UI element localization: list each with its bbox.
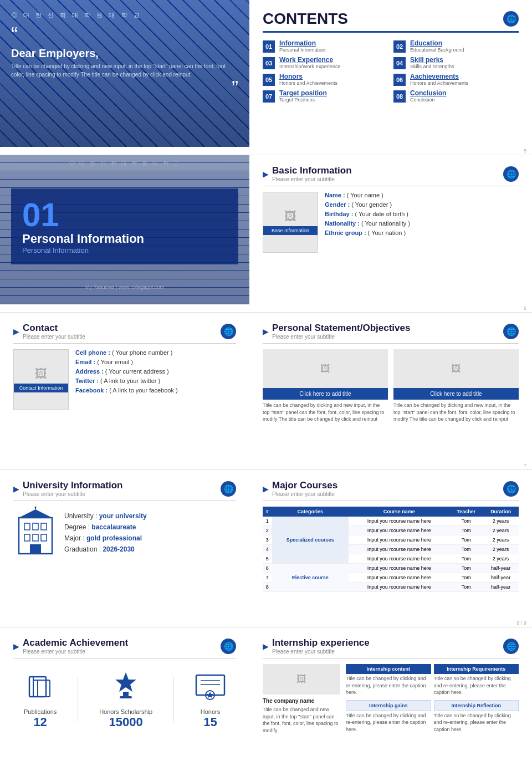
uni-field-value: gold professional [86,534,142,542]
contact-field-label: Address : [75,368,104,375]
card-btn-1[interactable]: Click here to add title [263,388,388,400]
course-table-header: Duration [483,507,519,517]
contents-num: 07 [263,90,275,103]
contents-item-title[interactable]: Conclusion [410,89,446,97]
course-num: 6 [263,564,272,573]
svg-rect-7 [30,544,41,554]
page-num-1: 5 [0,147,532,155]
field-label: Birthday : [325,211,353,217]
contents-item-sub: Skills and Strengths [410,64,454,69]
page-2: ◎ 대 한 신 학 대 학 원 대 학 교 01 Personal Inform… [0,155,532,304]
achieve-icon-1 [99,670,152,705]
contents-item: 08 Conclusion Conclusion [393,89,519,103]
uni-title: University Information [23,480,122,491]
achieve-icons: Publications 12 Honors Scholarship 15000… [13,670,236,729]
statement-card-1: 🖼 Click here to add title Title can be c… [263,349,388,423]
achieve-item: Honors Scholarship 15000 [99,670,152,729]
course-table-header: # [263,507,272,517]
contents-item-title[interactable]: Work Experience [279,56,340,64]
intern-right: Internship contentTitle can be changed b… [346,664,519,734]
page-3: ▶ Contact Please enter your subtitle 🌐 🖼… [0,312,532,462]
achieve-icon-0 [24,672,57,705]
contents-item-title[interactable]: Information [279,39,325,47]
field-value: ( Your nation ) [368,229,406,236]
image-icon-contact: 🖼 [35,367,47,381]
card-text-2: Title can be changed by dicking and new … [393,402,519,423]
contents-num: 06 [393,74,406,86]
field-label: Gender : [325,201,350,208]
contents-item: 03 Work Experience Internship/Work Exper… [263,56,388,69]
contact-field-label: Cell phone : [75,349,110,356]
intern-company-desc: Title can be changed and new input, in t… [263,706,340,734]
section-number: 01 [22,198,227,232]
contact-field-row: Cell phone : ( Your phone number ) [75,349,178,356]
svg-marker-8 [19,509,52,518]
contents-item-title[interactable]: Education [410,39,464,47]
contact-photo-label: Contact Information [14,384,68,392]
page-num-4: 8 / 9 [0,619,532,627]
contents-num: 02 [393,40,406,53]
intern-box-label: Internship gains [346,700,431,711]
contents-item-title[interactable]: Skill perks [410,56,454,64]
globe-icon: 🌐 [503,11,519,27]
course-table-header: Course name [349,507,449,517]
page-num-2: 6 [0,304,532,312]
courses-header: ▶ Major Courses Please enter your subtit… [263,480,519,497]
course-category: Elective course [272,564,349,592]
photo-placeholder: 🖼 Base Information [263,192,318,253]
course-name: Input you rcourse name here [349,573,449,583]
page-4: ▶ University Information Please enter yo… [0,469,532,619]
course-duration: 2 years [483,535,519,545]
photo-label: Base Information [263,226,318,235]
field-value: ( Your name ) [347,192,383,198]
uni-field-value: your university [99,512,147,520]
contents-title: CONTENTS 🌐 [263,10,519,33]
contents-text: Honors Honors and Achievements [279,73,337,86]
field-label: Name : [325,192,345,198]
contents-text: Work Experience Internship/Work Experien… [279,56,340,69]
contents-item-title[interactable]: Target position [279,89,327,97]
svg-rect-4 [24,534,30,541]
contents-item-sub: Target Positions [279,97,327,103]
field-value: ( Your date of birth ) [355,211,408,217]
course-teacher: Tom [449,573,483,583]
intern-box-content: Title can so be changed by clicking and … [434,712,519,733]
svg-rect-3 [41,523,47,530]
achieve-number: 15000 [99,715,152,729]
contents-grid: 01 Information Personal Information 02 E… [263,39,519,103]
building-icon [13,507,58,561]
contents-num: 08 [393,90,406,103]
quote-open-icon: “ [11,23,18,46]
internship-divider [263,658,519,658]
contents-item-sub: Internship/Work Experience [279,64,340,69]
academic-section: ▶ Academic Achievement Please enter your… [0,627,249,776]
contents-item: 01 Information Personal Information [263,39,388,53]
quote-block: “ Dear Employers, Title can be changed b… [11,25,238,79]
svg-rect-18 [120,696,132,698]
contact-field-label: Email : [75,359,95,365]
course-duration: half-year [483,583,519,592]
contents-item: 06 Aachievements Honors and Achievements [393,73,519,86]
svg-rect-17 [123,692,129,696]
contents-item-title[interactable]: Aachievements [410,73,468,80]
globe-icon-statement: 🌐 [503,324,519,339]
globe-icon-internship: 🌐 [503,639,519,654]
contact-fields: Cell phone : ( Your phone number )Email … [75,349,178,410]
svg-marker-16 [115,672,136,692]
intern-box-label: Internship content [346,664,431,674]
contact-section: ▶ Contact Please enter your subtitle 🌐 🖼… [0,313,249,462]
intern-box-content: Title can so be changed by clicking and … [434,675,519,696]
contents-item-title[interactable]: Honors [279,73,337,80]
uni-field-value: baccalaureate [91,523,136,531]
courses-title: Major Courses [272,480,337,491]
course-teacher: Tom [449,564,483,573]
svg-rect-2 [33,523,38,530]
cover-section: ◎ 대 한 신 학 대 학 원 대 학 교 “ Dear Employers, … [0,0,249,147]
contact-subtitle: Please enter your subtitle [23,334,85,340]
intern-photo: 🖼 [263,664,340,695]
courses-section: ▶ Major Courses Please enter your subtit… [249,470,532,619]
contents-item-sub: Educational Background [410,47,464,53]
uni-field-row: Major : gold professional [64,534,147,542]
courses-divider [263,501,519,501]
card-btn-2[interactable]: Click here to add title [393,388,519,400]
